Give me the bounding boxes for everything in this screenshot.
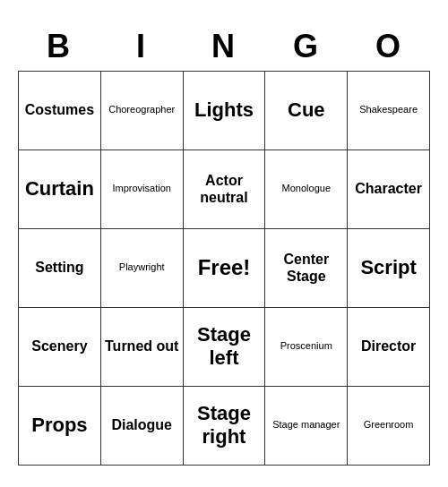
bingo-header-letter: B [18, 22, 100, 71]
bingo-cell-text: Improvisation [112, 183, 170, 194]
bingo-cell: Stage left [184, 308, 266, 387]
bingo-cell: Character [348, 150, 430, 229]
bingo-cell-text: Character [355, 180, 422, 197]
bingo-cell-text: Choreographer [108, 104, 175, 115]
bingo-header-letter: O [348, 22, 430, 71]
bingo-header: BINGO [18, 22, 430, 71]
bingo-cell: Curtain [19, 150, 101, 229]
bingo-cell: Actor neutral [184, 150, 266, 229]
bingo-cell-text: Director [361, 337, 416, 355]
bingo-cell: Free! [184, 229, 266, 308]
bingo-header-letter: I [100, 22, 183, 71]
bingo-cell: Proscenium [265, 308, 348, 387]
bingo-cell: Improvisation [101, 150, 184, 229]
bingo-cell: Costumes [19, 72, 101, 150]
bingo-cell: Dialogue [101, 387, 184, 466]
bingo-cell: Props [19, 387, 101, 466]
bingo-cell-text: Dialogue [111, 416, 172, 433]
bingo-cell-text: Monologue [282, 183, 331, 194]
bingo-cell: Greenroom [348, 387, 430, 466]
bingo-cell: Cue [265, 72, 348, 150]
bingo-cell-text: Curtain [25, 177, 94, 201]
bingo-cell-text: Turned out [105, 337, 178, 355]
bingo-cell-text: Stage manager [272, 419, 340, 431]
bingo-cell-text: Stage left [187, 323, 262, 371]
bingo-cell-text: Greenroom [364, 419, 414, 431]
bingo-cell: Director [348, 308, 430, 387]
bingo-cell: Turned out [101, 308, 184, 387]
bingo-cell-text: Script [360, 256, 416, 279]
bingo-cell: Scenery [19, 308, 101, 387]
bingo-cell-text: Actor neutral [187, 172, 262, 206]
bingo-card: BINGO CostumesChoreographerLightsCueShak… [9, 13, 439, 474]
bingo-cell-text: Scenery [31, 337, 87, 355]
bingo-cell: Stage manager [265, 387, 348, 466]
bingo-cell-text: Center Stage [269, 251, 343, 285]
bingo-cell-text: Free! [198, 255, 251, 281]
bingo-cell-text: Props [31, 414, 87, 437]
bingo-header-letter: G [265, 22, 348, 71]
bingo-cell: Stage right [184, 387, 266, 466]
bingo-cell-text: Proscenium [280, 340, 332, 352]
bingo-cell-text: Lights [194, 98, 254, 122]
bingo-cell: Choreographer [101, 72, 184, 150]
bingo-cell-text: Cue [288, 98, 325, 122]
bingo-cell-text: Stage right [187, 402, 262, 449]
bingo-header-letter: N [183, 22, 265, 71]
bingo-cell: Setting [19, 229, 101, 308]
bingo-cell: Script [348, 229, 430, 308]
bingo-cell-text: Costumes [25, 101, 94, 118]
bingo-cell-text: Shakespeare [359, 104, 418, 115]
bingo-cell: Playwright [101, 229, 184, 308]
bingo-cell: Shakespeare [348, 72, 430, 150]
bingo-cell: Center Stage [265, 229, 348, 308]
bingo-cell-text: Playwright [119, 261, 165, 273]
bingo-cell: Lights [184, 72, 266, 150]
bingo-cell: Monologue [265, 150, 348, 229]
bingo-cell-text: Setting [35, 259, 83, 276]
bingo-grid: CostumesChoreographerLightsCueShakespear… [18, 71, 430, 466]
